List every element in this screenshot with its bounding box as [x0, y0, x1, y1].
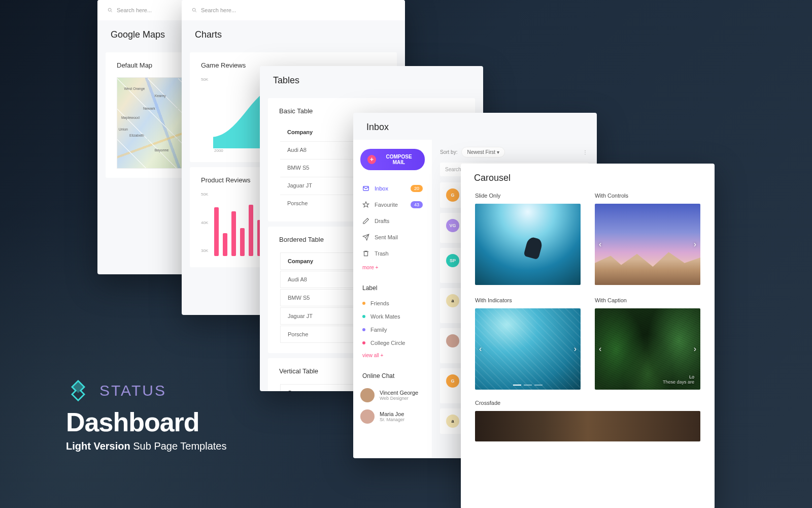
carousel-slide[interactable]: ‹›LoThese days are — [595, 308, 700, 390]
prev-icon[interactable]: ‹ — [479, 344, 482, 354]
sort-dropdown[interactable]: Newest First ▾ — [461, 147, 504, 157]
label-item[interactable]: Friends — [360, 297, 425, 310]
map-label: West Orange — [124, 87, 145, 90]
badge: 20 — [411, 185, 423, 192]
chat-role: Sr. Manager — [380, 417, 404, 422]
carousel-label: With Caption — [595, 297, 700, 303]
avatar: a — [446, 294, 459, 307]
folder-drafts[interactable]: Drafts — [360, 213, 425, 229]
trash-icon — [362, 250, 369, 257]
carousel-slide[interactable] — [475, 204, 581, 285]
indicators[interactable] — [513, 385, 543, 386]
folder-label: Inbox — [375, 185, 388, 192]
label-item[interactable]: College Circle — [360, 336, 425, 350]
folder-inbox[interactable]: Inbox20 — [360, 180, 425, 197]
carousel-crossfade[interactable] — [475, 411, 700, 441]
crossfade-section: Crossfade — [461, 400, 715, 441]
label-text: Work Mates — [370, 313, 400, 320]
search-placeholder: Search here... — [201, 7, 236, 13]
folder-trash[interactable]: Trash — [360, 245, 425, 262]
search-icon — [108, 8, 113, 13]
y-tick: 50K — [201, 77, 208, 82]
brand-logo-icon — [66, 378, 90, 403]
sort-label: Sort by: — [440, 149, 457, 155]
y-tick: 40K — [201, 220, 208, 225]
y-tick: 30K — [201, 248, 208, 253]
carousel-slide[interactable]: ‹› — [475, 308, 581, 390]
folder-label: Sent Mail — [375, 234, 398, 240]
map-label: Newark — [143, 107, 155, 110]
mail-icon — [362, 185, 369, 192]
dot-icon — [362, 328, 365, 331]
folder-label: Trash — [375, 250, 389, 257]
chat-role: Web Designer — [380, 396, 418, 401]
page-title: Inbox — [353, 113, 597, 140]
chat-section-title: Online Chat — [362, 372, 425, 379]
caption: LoThese days are — [663, 374, 694, 385]
folder-sent-mail[interactable]: Sent Mail — [360, 229, 425, 245]
more-icon[interactable]: ⋮ — [583, 149, 589, 155]
prev-icon[interactable]: ‹ — [599, 240, 601, 249]
chat-item[interactable]: Vincent GeorgeWeb Designer — [360, 385, 425, 406]
folder-label: Drafts — [375, 218, 389, 224]
dot-icon — [362, 302, 365, 305]
compose-label: COMPOSE MAIL — [380, 154, 418, 165]
folder-label: Favourite — [375, 202, 398, 208]
next-icon[interactable]: › — [694, 344, 696, 354]
carousel-item: With Caption‹›LoThese days are — [595, 297, 700, 390]
carousel-label: Slide Only — [475, 193, 581, 199]
send-icon — [362, 234, 369, 241]
map-label: Union — [119, 128, 128, 131]
label-text: College Circle — [370, 340, 405, 346]
label-text: Family — [370, 327, 387, 333]
chat-name: Maria Joe — [380, 411, 404, 417]
pencil-icon — [362, 217, 369, 225]
label-item[interactable]: Work Mates — [360, 310, 425, 323]
label-text: Friends — [370, 300, 389, 306]
carousel-label: Crossfade — [475, 400, 700, 406]
avatar — [360, 409, 375, 424]
avatar — [360, 388, 375, 402]
bar — [231, 211, 236, 256]
search-icon — [192, 8, 197, 13]
y-tick: 50K — [201, 192, 208, 197]
folder-favourite[interactable]: Favourite43 — [360, 197, 425, 213]
plus-icon: + — [367, 155, 376, 164]
promo-subtitle: Light Version Sub Page Templates — [66, 440, 226, 452]
sort-row: Sort by: Newest First ▾ ⋮ — [440, 147, 589, 157]
avatar: G — [446, 188, 459, 202]
search-bar[interactable]: Search here... — [182, 0, 405, 20]
compose-button[interactable]: + COMPOSE MAIL — [360, 149, 425, 170]
map-embed[interactable]: West Orange Kearny Newark Maplewood Eliz… — [117, 77, 186, 169]
inbox-sidebar: + COMPOSE MAIL Inbox20Favourite43DraftsS… — [353, 140, 432, 458]
dot-icon — [362, 315, 365, 318]
promo-block: STATUS Dashboard Light Version Sub Page … — [66, 378, 226, 452]
bar — [223, 233, 227, 256]
star-icon — [362, 201, 369, 208]
svg-point-1 — [192, 8, 195, 11]
prev-icon[interactable]: ‹ — [599, 344, 601, 354]
search-placeholder: Search here... — [117, 7, 152, 13]
carousel-slide[interactable]: ‹› — [595, 204, 700, 285]
page-title: Carousel — [461, 164, 715, 190]
more-link[interactable]: more + — [360, 262, 425, 273]
carousel-item: Slide Only — [475, 193, 581, 285]
bar — [240, 228, 245, 256]
bar — [249, 205, 253, 256]
carousel-item: With Indicators‹› — [475, 297, 581, 390]
map-label: Bayonne — [155, 148, 169, 152]
promo-title: Dashboard — [66, 407, 226, 437]
brand-name: STATUS — [99, 382, 166, 399]
next-icon[interactable]: › — [694, 240, 696, 249]
viewall-link[interactable]: view all + — [360, 350, 425, 361]
carousel-item: With Controls‹› — [595, 193, 700, 285]
chat-item[interactable]: Maria JoeSr. Manager — [360, 406, 425, 427]
next-icon[interactable]: › — [574, 344, 577, 354]
map-label: Elizabeth — [129, 134, 144, 137]
avatar: VG — [446, 219, 459, 232]
chat-name: Vincent George — [380, 390, 418, 396]
page-title: Tables — [260, 66, 483, 93]
label-item[interactable]: Family — [360, 323, 425, 336]
avatar: SP — [446, 254, 459, 267]
avatar — [446, 334, 459, 347]
